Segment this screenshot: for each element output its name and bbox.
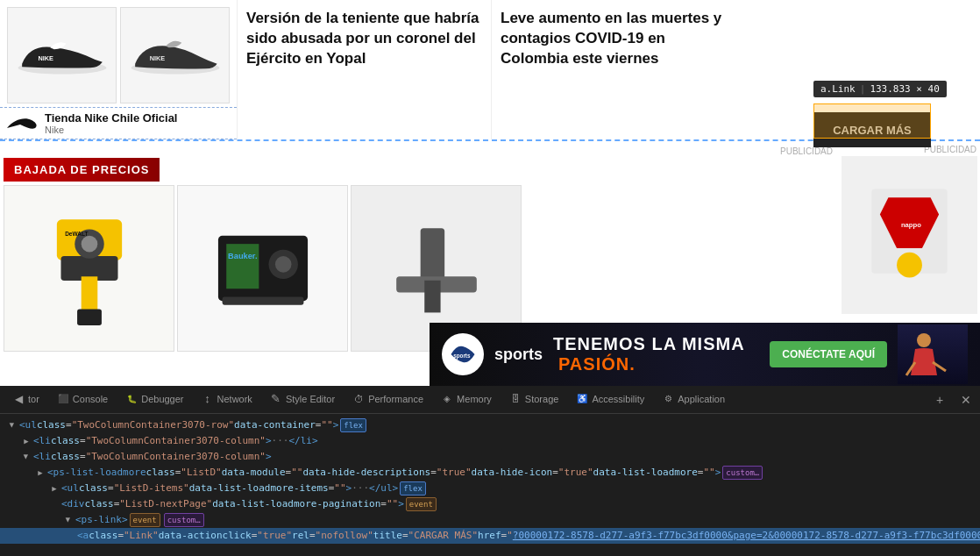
news-title-2: Leve aumento en las muertes y contagios … bbox=[501, 9, 736, 69]
nike-logo bbox=[7, 116, 38, 132]
debugger-icon: 🐛 bbox=[125, 393, 138, 405]
svg-point-7 bbox=[81, 236, 97, 253]
sports-tagline-text: TENEMOS LA MISMA PASIÓN. bbox=[553, 334, 759, 374]
svg-rect-19 bbox=[424, 281, 440, 313]
tooltip-size: 133.833 × 40 bbox=[870, 83, 939, 95]
devtools-toolbar: ◀ tor ⬛ Console 🐛 Debugger ↕ Network ✎ S… bbox=[0, 386, 980, 414]
html-line-3[interactable]: ▶ <li class="TwoColumnContainer3070-colu… bbox=[0, 449, 980, 465]
tooltip-divider: | bbox=[860, 83, 866, 95]
tab-accessibility[interactable]: ♿ Accessibility bbox=[567, 386, 653, 414]
event-badge-7[interactable]: event bbox=[130, 513, 160, 527]
devtools-panel: ◀ tor ⬛ Console 🐛 Debugger ↕ Network ✎ S… bbox=[0, 386, 980, 556]
brand-subtitle: Nike bbox=[45, 125, 177, 135]
memory-icon: ◈ bbox=[441, 393, 453, 405]
accessibility-icon: ♿ bbox=[576, 393, 588, 405]
tab-debugger-label: Debugger bbox=[141, 394, 183, 404]
svg-text:NIKE: NIKE bbox=[38, 54, 53, 62]
bajada-banner: BAJADA DE PRECIOS bbox=[4, 158, 160, 182]
expand-arrow-1[interactable]: ▶ bbox=[7, 420, 18, 431]
svg-text:nappo: nappo bbox=[901, 220, 921, 228]
sports-connect-btn[interactable]: CONÉCTATE AQUÍ bbox=[770, 341, 887, 367]
bajada-label: BAJADA DE PRECIOS bbox=[14, 163, 149, 176]
tab-memory[interactable]: ◈ Memory bbox=[432, 386, 501, 414]
svg-point-24 bbox=[917, 333, 931, 347]
html-line-8[interactable]: <a class="Link" data-actionclick="true" … bbox=[0, 528, 980, 544]
storage-icon: 🗄 bbox=[509, 393, 522, 405]
sneaker-image-1: NIKE bbox=[7, 7, 117, 103]
product-dewalt: DeWALT bbox=[4, 185, 174, 352]
style-editor-icon: ✎ bbox=[270, 393, 282, 405]
tab-style-editor-label: Style Editor bbox=[286, 394, 335, 404]
flex-badge-5[interactable]: flex bbox=[400, 481, 426, 495]
tor-icon: ◀ bbox=[12, 393, 25, 405]
tab-storage[interactable]: 🗄 Storage bbox=[501, 386, 568, 414]
element-tooltip: a.Link | 133.833 × 40 bbox=[813, 81, 947, 97]
tab-network-label: Network bbox=[217, 394, 252, 404]
news-section: Versión de la teniente que habría sido a… bbox=[237, 0, 805, 139]
publicidad-label-1: PUBLICIDAD bbox=[4, 145, 836, 158]
svg-rect-9 bbox=[77, 309, 102, 325]
expand-arrow-2[interactable]: ▶ bbox=[21, 436, 32, 446]
sports-passion: PASIÓN. bbox=[558, 354, 636, 374]
news-title-1: Versión de la teniente que habría sido a… bbox=[246, 9, 482, 69]
tab-application-label: Application bbox=[678, 394, 725, 404]
tab-debugger[interactable]: 🐛 Debugger bbox=[117, 386, 192, 414]
svg-text:DeWALT: DeWALT bbox=[65, 231, 88, 237]
tab-style-editor[interactable]: ✎ Style Editor bbox=[261, 386, 344, 414]
tab-tor[interactable]: ◀ tor bbox=[4, 386, 48, 414]
custom-badge-7[interactable]: custom… bbox=[164, 513, 204, 527]
tab-memory-label: Memory bbox=[457, 394, 492, 404]
svg-rect-16 bbox=[222, 297, 303, 305]
html-line-4[interactable]: ▶ <ps-list-loadmore class="ListD" data-m… bbox=[0, 465, 980, 481]
tab-console-label: Console bbox=[73, 394, 108, 404]
webpage-area: NIKE NIKE T bbox=[0, 0, 980, 386]
sneaker-image-2: NIKE bbox=[120, 7, 230, 103]
sports-banner: sports sports TENEMOS LA MISMA PASIÓN. C… bbox=[430, 323, 980, 386]
application-icon: ⚙ bbox=[662, 393, 674, 405]
sports-name: sports bbox=[494, 346, 543, 364]
svg-text:NIKE: NIKE bbox=[149, 54, 165, 62]
sports-logo-circle: sports bbox=[442, 333, 484, 375]
expand-arrow-5[interactable]: ▶ bbox=[49, 483, 60, 494]
tab-network[interactable]: ↕ Network bbox=[193, 386, 261, 414]
html-line-7[interactable]: ▶ <ps-link> event custom… bbox=[0, 512, 980, 528]
tab-console[interactable]: ⬛ Console bbox=[48, 386, 117, 414]
tooltip-element: a.Link bbox=[820, 83, 856, 95]
event-badge-6[interactable]: event bbox=[406, 497, 437, 511]
tab-accessibility-label: Accessibility bbox=[592, 394, 644, 404]
brand-row: Tienda Nike Chile Oficial Nike bbox=[0, 107, 237, 139]
news-article-1: Versión de la teniente que habría sido a… bbox=[237, 0, 491, 139]
html-inspector-panel[interactable]: ▶ <ul class="TwoColumnContainer3070-row"… bbox=[0, 414, 980, 556]
close-devtools-button[interactable]: ✕ bbox=[955, 389, 976, 410]
expand-arrow-7[interactable]: ▶ bbox=[63, 515, 74, 525]
svg-point-22 bbox=[897, 252, 922, 277]
html-line-2[interactable]: ▶ <li class="TwoColumnContainer3070-colu… bbox=[0, 433, 980, 449]
expand-arrow-4[interactable]: ▶ bbox=[35, 467, 46, 478]
tab-storage-label: Storage bbox=[525, 394, 559, 404]
tab-performance-label: Performance bbox=[368, 394, 423, 404]
svg-text:sports: sports bbox=[453, 353, 471, 360]
news-article-2: Leve aumento en las muertes y contagios … bbox=[491, 0, 745, 139]
sports-tagline-part1: TENEMOS LA MISMA bbox=[553, 334, 744, 353]
tab-performance[interactable]: ⏱ Performance bbox=[344, 386, 432, 414]
custom-badge-4[interactable]: custom… bbox=[722, 466, 763, 480]
html-line-6[interactable]: <div class="ListD-nextPage" data-list-lo… bbox=[0, 496, 980, 512]
performance-icon: ⏱ bbox=[352, 393, 365, 405]
html-line-1[interactable]: ▶ <ul class="TwoColumnContainer3070-row"… bbox=[0, 417, 980, 433]
athlete-image bbox=[898, 324, 968, 384]
svg-text:Bauker.: Bauker. bbox=[228, 252, 257, 260]
svg-point-15 bbox=[274, 256, 291, 273]
svg-rect-12 bbox=[226, 244, 259, 289]
flex-badge-1[interactable]: flex bbox=[340, 418, 366, 432]
brand-name: Tienda Nike Chile Oficial bbox=[45, 111, 177, 125]
tab-tor-label: tor bbox=[28, 394, 39, 404]
console-icon: ⬛ bbox=[57, 393, 69, 405]
expand-arrow-3[interactable]: ▶ bbox=[21, 452, 32, 462]
html-line-5[interactable]: ▶ <ul class="ListD-items" data-list-load… bbox=[0, 481, 980, 496]
svg-rect-17 bbox=[420, 228, 444, 284]
expand-button[interactable]: + bbox=[929, 389, 950, 410]
highlight-overlay bbox=[813, 103, 931, 139]
tab-application[interactable]: ⚙ Application bbox=[653, 386, 734, 414]
product-generator: Bauker. bbox=[177, 185, 348, 352]
product-nappo: nappo bbox=[842, 156, 977, 314]
